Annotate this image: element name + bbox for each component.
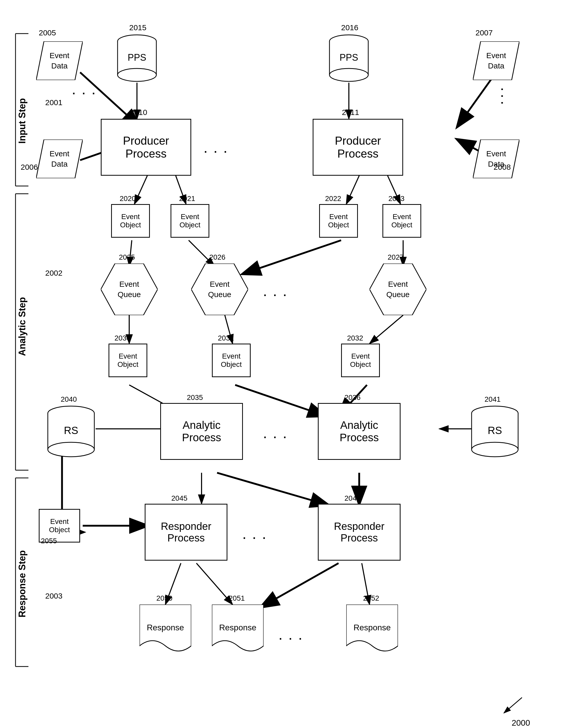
svg-line-27: [370, 315, 403, 344]
event-data-3: Event Data 2007: [473, 41, 519, 81]
svg-text:Queue: Queue: [208, 290, 231, 299]
event-queue-2026: Event Queue 2026: [191, 263, 248, 316]
response-2050: Response 2050: [140, 605, 191, 657]
label-2022: 2022: [325, 195, 341, 203]
input-step-label: Input Step: [17, 98, 28, 144]
label-2036: 2036: [344, 394, 361, 402]
svg-text:PPS: PPS: [128, 52, 146, 63]
event-object-2032: EventObject 2032: [341, 344, 380, 377]
label-2046: 2046: [344, 494, 361, 502]
svg-text:Event: Event: [486, 149, 506, 158]
svg-marker-74: [370, 263, 426, 315]
svg-line-29: [235, 385, 325, 416]
producer-process-1: ProducerProcess 2010: [101, 119, 191, 176]
event-object-2031: EventObject 2031: [212, 344, 251, 377]
label-2006: 2006: [21, 163, 38, 172]
svg-marker-68: [101, 263, 157, 315]
svg-line-19: [346, 176, 359, 204]
label-2002: 2002: [45, 269, 62, 278]
event-data-4: Event Data 2008: [473, 140, 519, 179]
label-2000: 2000: [512, 718, 530, 728]
svg-text:Event: Event: [210, 280, 230, 288]
event-object-2030: EventObject 2030: [109, 344, 147, 377]
label-2008: 2008: [494, 163, 511, 172]
label-2052: 2052: [363, 594, 379, 603]
svg-text:PPS: PPS: [340, 52, 358, 63]
response-2052: Response 2052: [346, 605, 398, 657]
svg-text:RS: RS: [488, 425, 502, 436]
svg-text:Event: Event: [50, 51, 69, 60]
pps1-node: PPS 2015: [116, 34, 157, 83]
label-2031: 2031: [218, 334, 234, 342]
dots-producer-middle: . . .: [204, 143, 229, 155]
event-queue-2025: Event Queue 2025: [101, 263, 157, 316]
dots-response-middle: . . .: [279, 630, 304, 642]
analytic-process-2: AnalyticProcess 2036: [318, 403, 401, 460]
svg-point-54: [329, 68, 368, 81]
analytic-process-1: AnalyticProcess 2035: [160, 403, 243, 460]
dots-right-top: · · ·: [496, 88, 508, 105]
rs2-node: RS 2041: [470, 406, 519, 457]
label-2030: 2030: [114, 334, 131, 342]
label-2026: 2026: [209, 253, 225, 261]
label-2010: 2010: [130, 108, 147, 117]
svg-text:Event: Event: [119, 280, 139, 288]
svg-marker-56: [36, 41, 83, 80]
svg-text:Queue: Queue: [118, 290, 141, 299]
svg-point-87: [471, 442, 518, 457]
svg-marker-62: [473, 41, 519, 80]
event-object-2055: EventObject 2055: [39, 509, 80, 543]
svg-text:Event: Event: [486, 51, 506, 60]
label-2023: 2023: [388, 195, 404, 203]
responder-process-1: ResponderProcess 2045: [145, 504, 227, 561]
arrows-svg: [0, 0, 576, 728]
label-2041: 2041: [485, 395, 500, 404]
label-2021: 2021: [179, 195, 195, 203]
svg-text:Response: Response: [353, 623, 391, 632]
label-2035: 2035: [187, 394, 203, 402]
responder-process-2: ResponderProcess 2046: [318, 504, 401, 561]
svg-marker-71: [191, 263, 248, 315]
label-2025: 2025: [119, 253, 135, 261]
label-2001: 2001: [45, 98, 62, 107]
svg-text:Data: Data: [51, 61, 68, 70]
label-2045: 2045: [171, 494, 188, 502]
svg-line-23: [243, 240, 341, 274]
producer-process-2: ProducerProcess 2011: [313, 119, 403, 176]
svg-text:Queue: Queue: [386, 290, 410, 299]
label-2005: 2005: [39, 28, 56, 37]
svg-point-81: [48, 442, 94, 457]
event-object-2021: EventObject 2021: [171, 204, 209, 238]
response-2051: Response 2051: [212, 605, 264, 657]
svg-point-48: [118, 68, 156, 81]
svg-text:Response: Response: [219, 623, 256, 632]
svg-line-17: [134, 176, 147, 204]
dots-2001: · · ·: [73, 88, 97, 99]
label-2003: 2003: [45, 591, 62, 601]
event-data-2: Event Data 2006: [36, 140, 83, 179]
event-queue-2027: Event Queue 2027: [370, 263, 426, 316]
label-2007: 2007: [476, 28, 493, 37]
svg-text:Response: Response: [147, 623, 184, 632]
event-object-2023: EventObject 2023: [382, 204, 421, 238]
svg-text:Data: Data: [488, 61, 505, 70]
label-2015: 2015: [129, 23, 146, 32]
label-2032: 2032: [347, 334, 363, 342]
svg-line-41: [261, 563, 339, 607]
event-object-2020: EventObject 2020: [111, 204, 150, 238]
label-2011: 2011: [342, 108, 359, 117]
svg-line-35: [217, 473, 328, 505]
dots-analytic-middle: . . .: [264, 429, 288, 440]
label-2051: 2051: [229, 594, 245, 603]
label-2050: 2050: [156, 594, 172, 603]
label-2020: 2020: [120, 195, 136, 203]
pps2-node: PPS 2016: [328, 34, 370, 83]
svg-text:RS: RS: [64, 425, 78, 436]
event-object-2022: EventObject 2022: [319, 204, 358, 238]
diagram-container: Input Step Analytic Step Response Step P…: [0, 0, 576, 728]
label-2055: 2055: [41, 537, 57, 545]
svg-text:Event: Event: [388, 280, 408, 288]
label-2040: 2040: [61, 395, 77, 404]
svg-marker-59: [36, 140, 83, 178]
svg-line-43: [504, 698, 522, 713]
